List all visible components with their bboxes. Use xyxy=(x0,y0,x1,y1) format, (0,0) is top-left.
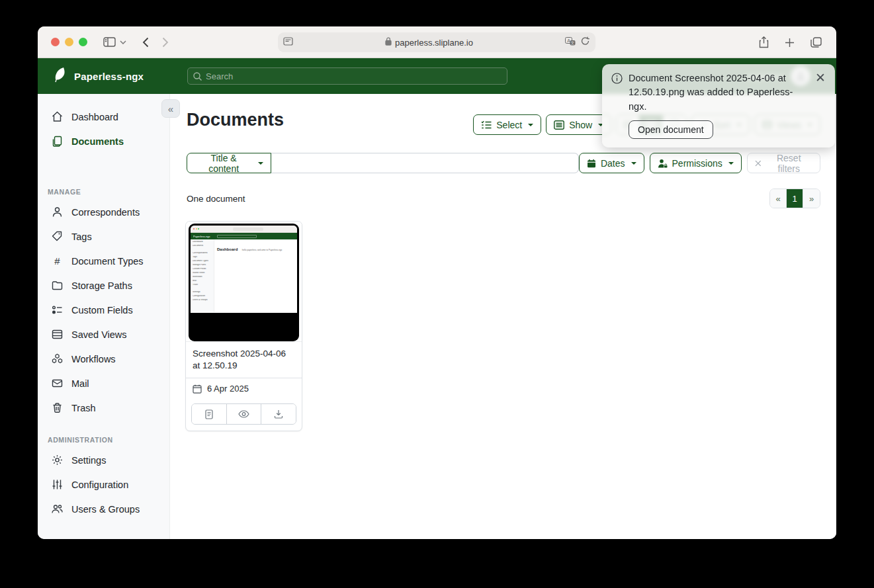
browser-toolbar: paperless.sliplane.io A文 xyxy=(38,26,836,58)
app-name: Paperless-ngx xyxy=(74,71,144,82)
back-button-icon[interactable] xyxy=(142,37,149,48)
document-actions xyxy=(191,403,296,425)
collapse-chevrons-icon: « xyxy=(168,103,173,114)
forward-button-icon[interactable] xyxy=(162,37,169,48)
page-settings-icon[interactable] xyxy=(283,36,293,48)
boxes-icon xyxy=(52,353,63,364)
browser-sidebar-icon[interactable] xyxy=(103,37,116,47)
calendar-icon xyxy=(193,384,202,394)
hash-icon: # xyxy=(52,255,63,267)
caret-down-icon xyxy=(728,162,734,165)
manage-section-header: MANAGE xyxy=(48,188,169,196)
sidebar-item-document-types[interactable]: # Document Types xyxy=(38,249,169,273)
thumbnail-screenshot: Paperless-ngx DashboardDocumentsCorrespo… xyxy=(189,224,299,341)
global-search-input[interactable] xyxy=(206,71,470,81)
pagination-prev[interactable]: « xyxy=(770,189,787,208)
svg-text:文: 文 xyxy=(571,40,575,45)
pagination-next[interactable]: » xyxy=(803,189,820,208)
document-thumbnail[interactable]: Paperless-ngx DashboardDocumentsCorrespo… xyxy=(186,222,302,341)
people-icon xyxy=(52,503,63,515)
sidebar-item-users-groups[interactable]: Users & Groups xyxy=(38,497,169,521)
close-icon[interactable]: ✕ xyxy=(815,71,826,114)
justify-icon xyxy=(554,120,564,130)
sidebar: Dashboard Documents MANAGE Correspondent… xyxy=(38,94,170,539)
folder-icon xyxy=(52,280,63,291)
pagination-page-1[interactable]: 1 xyxy=(787,189,803,208)
document-count: One document xyxy=(187,194,245,204)
dates-button[interactable]: Dates xyxy=(579,153,644,173)
list-check-icon xyxy=(481,120,492,130)
sidebar-item-correspondents[interactable]: Correspondents xyxy=(38,200,169,224)
permissions-button[interactable]: Permissions xyxy=(650,153,742,173)
filter-query-input[interactable] xyxy=(271,153,579,173)
zoom-window-button[interactable] xyxy=(79,38,87,46)
sliders-icon xyxy=(52,479,63,490)
global-search[interactable] xyxy=(187,67,507,85)
lock-icon xyxy=(385,37,392,48)
filter-field-selector[interactable]: Title & content xyxy=(187,153,271,173)
filter-row: Title & content Dates Permissions xyxy=(187,153,820,173)
house-icon xyxy=(52,111,63,122)
chevron-down-icon[interactable] xyxy=(120,40,126,44)
open-document-button[interactable]: Open document xyxy=(629,120,713,139)
sidebar-item-configuration[interactable]: Configuration xyxy=(38,472,169,497)
translate-icon[interactable]: A文 xyxy=(565,36,576,48)
collapse-sidebar-button[interactable]: « xyxy=(161,99,180,118)
ui-radios-icon xyxy=(52,304,63,315)
document-card: Paperless-ngx DashboardDocumentsCorrespo… xyxy=(185,221,302,431)
download-icon xyxy=(274,409,283,419)
pagination: « 1 » xyxy=(769,189,820,208)
sidebar-item-dashboard[interactable]: Dashboard xyxy=(38,105,169,129)
toast-notification: Document Screenshot 2025-04-06 at 12.50.… xyxy=(602,64,835,147)
eye-icon xyxy=(238,410,249,418)
svg-text:A: A xyxy=(567,38,570,43)
info-icon xyxy=(611,73,623,114)
sidebar-item-trash[interactable]: Trash xyxy=(38,396,169,420)
sidebar-item-tags[interactable]: Tags xyxy=(38,224,169,249)
app-brand[interactable]: Paperless-ngx xyxy=(53,67,179,85)
paperless-logo-icon xyxy=(53,67,67,85)
file-text-icon xyxy=(204,409,214,419)
select-button[interactable]: Select xyxy=(473,114,541,135)
files-icon xyxy=(52,136,63,147)
person-lock-icon xyxy=(658,159,668,168)
results-row: One document « 1 » xyxy=(187,189,820,208)
page-title: Documents xyxy=(187,110,284,130)
sidebar-item-mail[interactable]: Mail xyxy=(38,371,169,396)
envelope-icon xyxy=(52,378,63,389)
caret-down-icon xyxy=(631,162,636,165)
caret-down-icon xyxy=(528,124,533,126)
close-window-button[interactable] xyxy=(51,38,60,46)
sidebar-item-storage-paths[interactable]: Storage Paths xyxy=(38,273,169,298)
edit-document-button[interactable] xyxy=(192,404,227,424)
document-title[interactable]: Screenshot 2025-04-06 at 12.50.19 xyxy=(186,341,302,378)
x-icon xyxy=(755,160,762,167)
address-bar[interactable]: paperless.sliplane.io A文 xyxy=(278,32,595,52)
browser-window: paperless.sliplane.io A文 xyxy=(38,26,836,539)
preview-document-button[interactable] xyxy=(227,404,262,424)
document-date: 6 Apr 2025 xyxy=(207,384,249,394)
sidebar-item-documents[interactable]: Documents xyxy=(38,129,169,153)
share-icon[interactable] xyxy=(759,36,769,48)
window-icon xyxy=(52,329,63,340)
thumbnail-sidebar: DashboardDocumentsCorrespondentsTagsDocu… xyxy=(191,239,214,312)
traffic-lights xyxy=(51,38,87,46)
toast-message: Document Screenshot 2025-04-06 at 12.50.… xyxy=(629,71,808,114)
reset-filters-button[interactable]: Reset filters xyxy=(747,153,820,173)
administration-section-header: ADMINISTRATION xyxy=(48,436,169,444)
main-content: Documents Select Show xyxy=(170,94,836,539)
download-document-button[interactable] xyxy=(261,404,296,424)
sidebar-item-saved-views[interactable]: Saved Views xyxy=(38,322,169,347)
reload-icon[interactable] xyxy=(581,36,590,48)
calendar-icon xyxy=(587,159,596,168)
person-icon xyxy=(52,206,63,218)
sidebar-item-settings[interactable]: Settings xyxy=(38,448,169,472)
sidebar-item-custom-fields[interactable]: Custom Fields xyxy=(38,298,169,322)
minimize-window-button[interactable] xyxy=(65,38,73,46)
tab-overview-icon[interactable] xyxy=(810,37,822,48)
gear-icon xyxy=(52,454,63,466)
sidebar-item-workflows[interactable]: Workflows xyxy=(38,347,169,371)
new-tab-icon[interactable] xyxy=(785,38,795,48)
search-icon xyxy=(193,72,202,81)
tag-icon xyxy=(52,231,63,242)
